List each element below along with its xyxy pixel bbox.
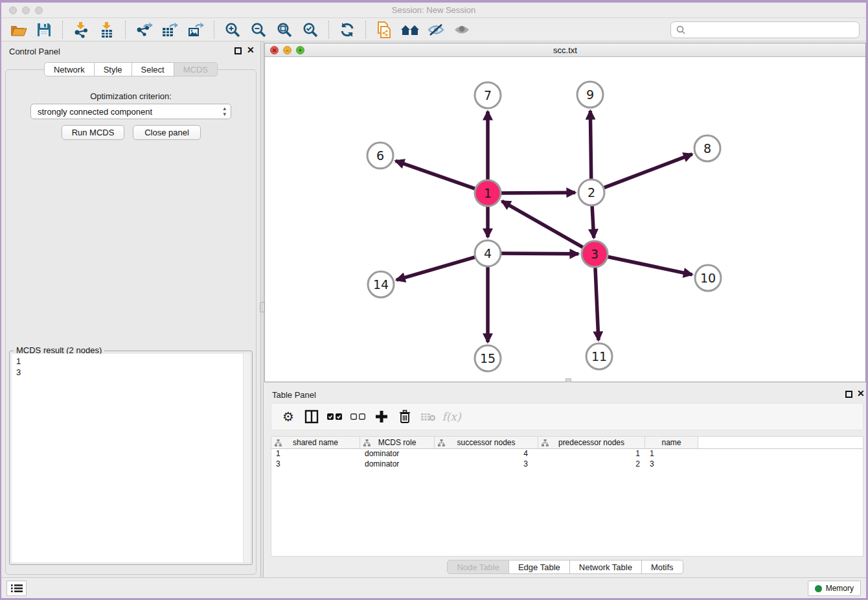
tab-mcds[interactable]: MCDS <box>174 62 218 76</box>
table-panel: Table Panel ✕ ⚙ <box>264 386 866 577</box>
import-network-icon[interactable] <box>70 20 92 40</box>
graph-node-label: 14 <box>373 277 389 292</box>
network-graph[interactable]: 7968124314101511 <box>265 57 865 382</box>
network-window-titlebar[interactable]: ✕ − + scc.txt <box>265 43 865 57</box>
list-icon <box>11 584 23 593</box>
graph-edge-3-1[interactable] <box>502 201 585 248</box>
table-header-row: shared nameMCDS rolesuccessor nodesprede… <box>271 437 863 449</box>
zoom-selected-icon[interactable] <box>299 20 321 40</box>
table-panel-title: Table Panel <box>272 390 316 400</box>
save-session-icon[interactable] <box>33 20 55 40</box>
table-cell[interactable]: dominator <box>360 449 435 459</box>
graph-edge-2-3[interactable] <box>592 204 594 238</box>
memory-button-label: Memory <box>826 584 854 593</box>
graph-node-label: 2 <box>588 185 595 200</box>
panel-splitter[interactable] <box>260 41 264 577</box>
mcds-result-text[interactable]: 1 3 <box>12 354 250 562</box>
close-panel-button[interactable]: Close panel <box>133 125 201 140</box>
zoom-out-icon[interactable] <box>247 20 269 40</box>
table-row[interactable]: 1dominator411 <box>271 449 863 459</box>
table-cell[interactable]: dominator <box>360 459 435 470</box>
deselect-all-columns-icon[interactable] <box>347 406 370 428</box>
column-visibility-icon[interactable] <box>300 406 323 428</box>
table-float-panel-icon[interactable] <box>845 391 852 398</box>
table-close-panel-icon[interactable]: ✕ <box>857 389 865 398</box>
table-cell[interactable]: 3 <box>645 459 698 470</box>
graph-node-label: 9 <box>586 87 594 102</box>
control-panel-tabs: Network Style Select MCDS <box>1 62 260 76</box>
toolbar-separator <box>328 21 329 39</box>
tab-network[interactable]: Network <box>44 62 95 76</box>
graph-edge-1-6[interactable] <box>396 161 477 189</box>
table-cell[interactable]: 1 <box>271 449 360 459</box>
tab-style[interactable]: Style <box>95 62 132 76</box>
tab-edge-table[interactable]: Edge Table <box>509 560 570 574</box>
zoom-fit-icon[interactable] <box>273 20 295 40</box>
refresh-icon[interactable] <box>336 20 358 40</box>
add-column-icon[interactable] <box>370 406 393 428</box>
export-image-icon[interactable] <box>185 20 207 40</box>
column-header-predecessor-nodes[interactable]: predecessor nodes <box>538 437 645 448</box>
tab-node-table[interactable]: Node Table <box>447 560 509 574</box>
column-header-successor-nodes[interactable]: successor nodes <box>435 437 538 448</box>
graph-edge-3-11[interactable] <box>595 266 599 340</box>
graph-node-label: 1 <box>484 186 492 200</box>
tab-select[interactable]: Select <box>132 62 174 76</box>
graph-edge-4-3[interactable] <box>499 253 578 254</box>
table-cell[interactable]: 4 <box>435 449 538 459</box>
control-panel: Control Panel ✕ Network Style Select MCD… <box>1 41 260 577</box>
control-panel-title: Control Panel <box>9 47 60 56</box>
memory-button[interactable]: Memory <box>808 581 861 596</box>
network-resize-grip[interactable] <box>565 378 571 382</box>
graph-edge-2-9[interactable] <box>590 111 591 181</box>
open-file-icon[interactable] <box>7 20 29 40</box>
table-cell[interactable]: 1 <box>538 449 645 459</box>
table-cell[interactable]: 3 <box>271 459 360 470</box>
home-layout-icon[interactable] <box>399 20 421 40</box>
dropdown-stepper-icon: ▴▾ <box>223 106 226 117</box>
search-input[interactable] <box>689 25 854 35</box>
graph-edge-1-2[interactable] <box>499 192 575 193</box>
node-table[interactable]: shared nameMCDS rolesuccessor nodesprede… <box>271 436 863 557</box>
export-network-icon[interactable] <box>133 20 155 40</box>
graph-node-label: 15 <box>480 351 496 365</box>
network-canvas[interactable]: 7968124314101511 <box>265 57 865 382</box>
tab-motifs[interactable]: Motifs <box>642 560 683 574</box>
task-history-button[interactable] <box>6 581 27 596</box>
table-settings-icon[interactable]: ⚙ <box>277 406 300 428</box>
table-cell[interactable]: 2 <box>538 459 645 470</box>
delete-column-icon[interactable] <box>393 406 417 428</box>
network-window: ✕ − + scc.txt 7968124314101511 <box>264 43 866 382</box>
memory-status-icon <box>815 585 822 592</box>
close-panel-icon[interactable]: ✕ <box>247 45 255 54</box>
table-cell[interactable]: 3 <box>435 459 538 470</box>
column-header-name[interactable]: name <box>645 437 698 448</box>
toolbar-separator <box>125 21 126 39</box>
graph-edge-2-8[interactable] <box>602 154 692 189</box>
column-header-MCDS-role[interactable]: MCDS role <box>360 437 435 448</box>
select-all-columns-icon[interactable] <box>323 406 347 428</box>
hide-selected-eye-icon[interactable] <box>425 20 447 40</box>
result-scrollbar[interactable] <box>243 354 250 562</box>
clone-network-icon[interactable] <box>373 20 395 40</box>
run-mcds-button[interactable]: Run MCDS <box>62 125 124 140</box>
tab-network-table[interactable]: Network Table <box>570 560 642 574</box>
delete-table-icon[interactable] <box>417 406 440 428</box>
apply-function-icon[interactable]: f(x) <box>440 406 463 428</box>
zoom-in-icon[interactable] <box>222 20 244 40</box>
criterion-dropdown[interactable]: strongly connected component ▴▾ <box>30 104 231 119</box>
graph-edge-3-10[interactable] <box>606 257 692 275</box>
graph-node-label: 4 <box>484 246 492 260</box>
table-cell[interactable]: 1 <box>645 449 698 459</box>
search-icon <box>676 25 685 34</box>
toolbar-separator <box>365 21 366 39</box>
show-all-eye-icon[interactable] <box>451 20 473 40</box>
export-table-icon[interactable] <box>159 20 181 40</box>
table-tabs: Node Table Edge Table Network Table Moti… <box>264 560 866 574</box>
float-panel-icon[interactable] <box>234 47 242 54</box>
import-table-icon[interactable] <box>96 20 118 40</box>
search-box[interactable] <box>670 21 860 38</box>
column-header-shared-name[interactable]: shared name <box>271 437 360 448</box>
graph-edge-4-14[interactable] <box>396 257 477 280</box>
table-row[interactable]: 3dominator323 <box>271 459 863 470</box>
